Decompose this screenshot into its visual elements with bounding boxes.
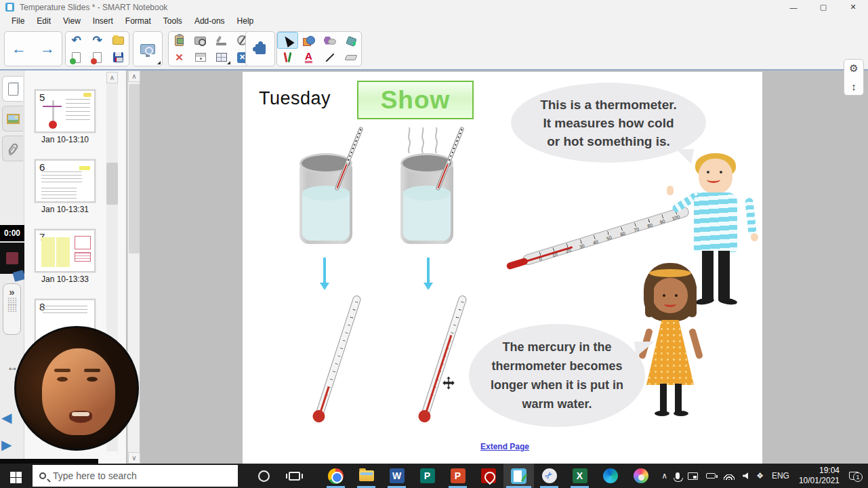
taskbar-publisher[interactable]: P: [412, 464, 442, 488]
show-button[interactable]: Show: [357, 81, 474, 119]
recorder-stop-button[interactable]: [0, 243, 24, 274]
select-tool-button[interactable]: [277, 32, 298, 49]
down-arrow-icon: [323, 258, 326, 283]
tab-attachments[interactable]: [2, 136, 23, 161]
text-tool-button[interactable]: A: [298, 49, 319, 66]
scroll-up-icon[interactable]: ∧: [106, 72, 118, 83]
smart-notebook-icon: [511, 468, 526, 484]
slide-thumbnail[interactable]: 6: [35, 159, 96, 203]
document-camera-button[interactable]: [211, 32, 232, 49]
taskbar-chrome[interactable]: [321, 464, 351, 488]
nav-back-icon[interactable]: ◀: [1, 409, 12, 426]
scroll-up-icon[interactable]: ∧: [128, 70, 140, 82]
scroll-down-icon[interactable]: ∨: [128, 452, 140, 464]
slide-thumbnail[interactable]: 5: [35, 89, 96, 133]
tray-language[interactable]: ENG: [768, 464, 793, 488]
tray-chevron-up[interactable]: ∧: [657, 464, 671, 488]
tray-clock[interactable]: 19:04 10/01/2021: [793, 466, 845, 486]
taskbar-acrobat[interactable]: [473, 464, 503, 488]
paste-button[interactable]: [169, 32, 190, 49]
toolbar-settings-button[interactable]: ⚙: [844, 60, 863, 77]
insert-image-button[interactable]: [190, 32, 211, 49]
steam-icon: [404, 126, 447, 155]
tab-page-sorter[interactable]: [2, 76, 23, 102]
tray-cast[interactable]: [684, 464, 702, 488]
tray-volume[interactable]: [739, 464, 752, 488]
save-button[interactable]: [108, 49, 129, 66]
slide-thumbnail-item[interactable]: 6 Jan 10-13:31: [24, 159, 106, 214]
menu-item-view[interactable]: View: [57, 15, 87, 27]
next-page-button[interactable]: →: [33, 32, 62, 66]
sorter-scroll-thumb[interactable]: [106, 163, 118, 205]
taskbar-powerpoint[interactable]: P: [442, 464, 473, 488]
nav-forward-icon[interactable]: ▶: [1, 436, 12, 453]
extend-page-link[interactable]: Extend Page: [480, 442, 529, 451]
scale-number: 40: [592, 239, 599, 245]
minimize-button[interactable]: —: [779, 0, 808, 14]
table-button[interactable]: [211, 49, 232, 66]
addons-mini-icon: [12, 270, 25, 282]
tray-pen-battery[interactable]: [702, 464, 720, 488]
volume-icon: [743, 472, 748, 479]
slide-thumbnail-item[interactable]: 7 Jan 10-13:33: [24, 229, 106, 284]
menu-item-insert[interactable]: Insert: [87, 15, 119, 27]
previous-page-button[interactable]: ←: [5, 32, 33, 66]
panel-expander-button[interactable]: » ⣿⣿ ⣿⣿: [3, 283, 21, 335]
tray-wifi[interactable]: [720, 464, 739, 488]
menu-item-edit[interactable]: Edit: [30, 15, 57, 27]
screen-shade-icon: [195, 53, 206, 62]
shapes-tool-button[interactable]: [298, 32, 319, 49]
fill-tool-button[interactable]: [340, 32, 361, 49]
tab-gallery[interactable]: [2, 106, 23, 131]
menu-item-help[interactable]: Help: [231, 15, 260, 27]
slide-timestamp: Jan 10-13:10: [41, 135, 89, 144]
taskbar-search[interactable]: [33, 465, 238, 487]
slide-timestamp: Jan 10-13:33: [41, 274, 89, 284]
search-input[interactable]: [53, 470, 215, 481]
publisher-icon: P: [420, 468, 435, 483]
screen-shade-button[interactable]: [190, 49, 211, 66]
taskbar-paint[interactable]: [625, 464, 656, 488]
menu-item-format[interactable]: Format: [119, 15, 157, 27]
close-button[interactable]: ✕: [838, 0, 868, 14]
maximize-button[interactable]: ▢: [808, 0, 838, 14]
redo-button[interactable]: ↷: [87, 32, 108, 49]
screen-capture-button[interactable]: [133, 32, 162, 66]
polygon-tool-button[interactable]: [319, 32, 340, 49]
taskbar-task-view[interactable]: [279, 464, 310, 488]
pens-tool-button[interactable]: [277, 49, 298, 66]
taskbar-smart-notebook[interactable]: [503, 464, 534, 488]
canvas-scroll-thumb[interactable]: [129, 84, 140, 253]
webcam-window-edge: [0, 459, 98, 464]
menu-item-tools[interactable]: Tools: [157, 15, 188, 27]
thermometer-bulb: [417, 409, 432, 424]
delete-page-button[interactable]: [87, 49, 108, 66]
open-file-button[interactable]: [108, 32, 129, 49]
delete-button[interactable]: ✕: [169, 49, 190, 66]
page-sorter-icon: [8, 83, 18, 96]
line-tool-button[interactable]: [319, 49, 340, 66]
task-view-icon: [289, 472, 300, 481]
undo-button[interactable]: ↶: [66, 32, 87, 49]
start-button[interactable]: [0, 464, 33, 488]
taskbar-file-explorer[interactable]: [351, 464, 381, 488]
slide-canvas[interactable]: Tuesday Show This is a thermometer.It me…: [243, 72, 762, 464]
taskbar-snipping-tool[interactable]: [534, 464, 564, 488]
taskbar-word[interactable]: W: [381, 464, 412, 488]
menu-item-file[interactable]: File: [5, 15, 30, 27]
taskbar-excel[interactable]: X: [564, 464, 595, 488]
tray-microphone[interactable]: [671, 464, 684, 488]
smart-notebook-window: Temperature Slides * - SMART Notebook — …: [0, 0, 868, 488]
eraser-tool-button[interactable]: [340, 49, 361, 66]
taskbar-cortana[interactable]: [249, 464, 279, 488]
add-ons-button[interactable]: [246, 32, 274, 66]
tray-dropbox[interactable]: ❖: [752, 464, 768, 488]
slide-thumbnail-item[interactable]: 5 Jan 10-13:10: [24, 89, 106, 144]
taskbar-edge[interactable]: [595, 464, 625, 488]
menu-item-addons[interactable]: Add-ons: [188, 15, 231, 27]
slide-thumbnail[interactable]: 7: [35, 229, 96, 272]
add-page-button[interactable]: [66, 49, 87, 66]
toolbar-move-button[interactable]: ↕: [844, 77, 863, 95]
mercury-short: [320, 386, 330, 411]
tray-action-center[interactable]: 1: [845, 464, 868, 488]
